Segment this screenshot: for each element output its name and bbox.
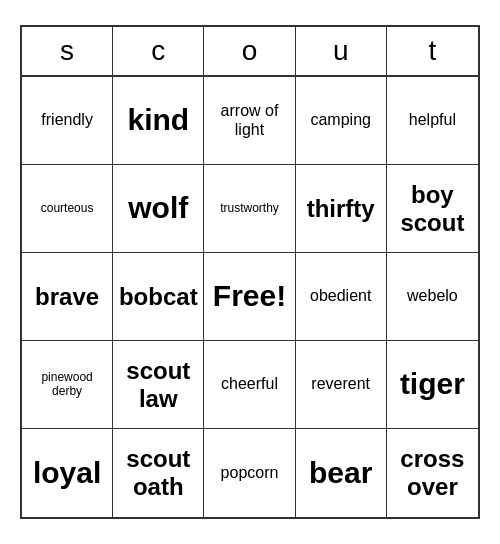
header-letter-c: c: [113, 27, 204, 75]
bingo-cell-5: courteous: [22, 165, 113, 253]
bingo-header: scout: [22, 27, 478, 77]
bingo-grid: friendlykindarrow of lightcampinghelpful…: [22, 77, 478, 517]
bingo-cell-9: boy scout: [387, 165, 478, 253]
bingo-cell-21: scout oath: [113, 429, 204, 517]
bingo-cell-8: thirfty: [296, 165, 387, 253]
bingo-cell-16: scout law: [113, 341, 204, 429]
bingo-cell-18: reverent: [296, 341, 387, 429]
bingo-cell-19: tiger: [387, 341, 478, 429]
bingo-cell-20: loyal: [22, 429, 113, 517]
bingo-cell-12: Free!: [204, 253, 295, 341]
bingo-cell-0: friendly: [22, 77, 113, 165]
bingo-cell-15: pinewood derby: [22, 341, 113, 429]
bingo-cell-14: webelo: [387, 253, 478, 341]
bingo-cell-22: popcorn: [204, 429, 295, 517]
header-letter-o: o: [204, 27, 295, 75]
bingo-cell-1: kind: [113, 77, 204, 165]
header-letter-t: t: [387, 27, 478, 75]
bingo-cell-11: bobcat: [113, 253, 204, 341]
bingo-card: scout friendlykindarrow of lightcampingh…: [20, 25, 480, 519]
bingo-cell-10: brave: [22, 253, 113, 341]
bingo-cell-4: helpful: [387, 77, 478, 165]
bingo-cell-24: cross over: [387, 429, 478, 517]
bingo-cell-13: obedient: [296, 253, 387, 341]
header-letter-u: u: [296, 27, 387, 75]
bingo-cell-23: bear: [296, 429, 387, 517]
header-letter-s: s: [22, 27, 113, 75]
bingo-cell-6: wolf: [113, 165, 204, 253]
bingo-cell-7: trustworthy: [204, 165, 295, 253]
bingo-cell-3: camping: [296, 77, 387, 165]
bingo-cell-17: cheerful: [204, 341, 295, 429]
bingo-cell-2: arrow of light: [204, 77, 295, 165]
